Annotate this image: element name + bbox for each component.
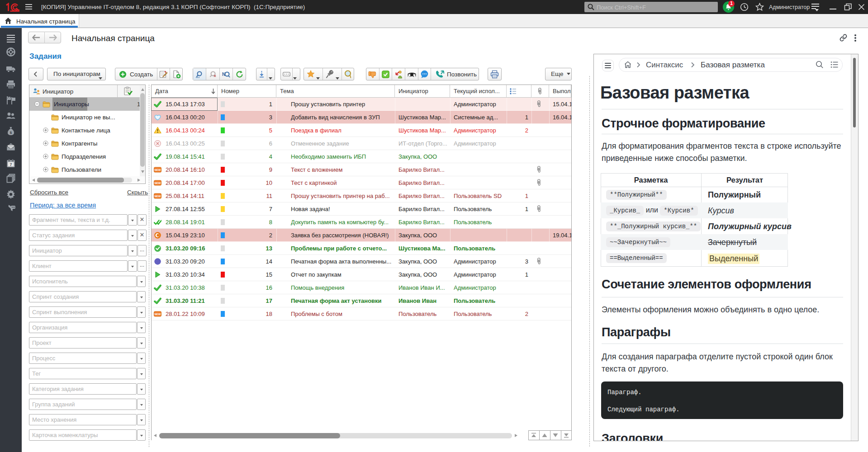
svg-text:7: 7 (9, 162, 12, 167)
svg-text:NEW: NEW (155, 169, 161, 171)
svg-text:NEW: NEW (155, 195, 161, 198)
svg-text:NEW: NEW (155, 313, 161, 315)
svg-text:$: $ (10, 131, 12, 135)
svg-text:NEW: NEW (155, 182, 161, 184)
